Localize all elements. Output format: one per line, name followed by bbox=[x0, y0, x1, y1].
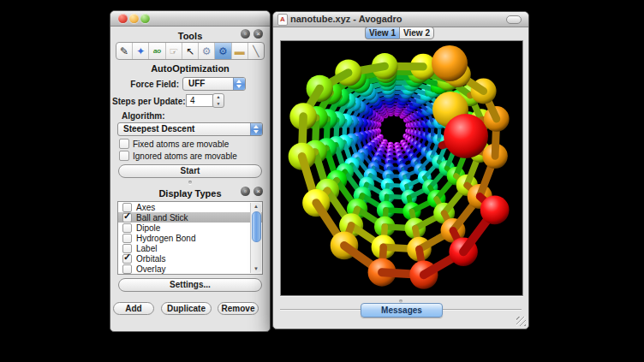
selection-tool-icon: ↖ bbox=[186, 46, 194, 56]
zoom-traffic-light[interactable] bbox=[140, 14, 150, 23]
algorithm-value: Steepest Descent bbox=[123, 124, 194, 134]
add-button[interactable]: Add bbox=[113, 302, 154, 315]
measure-tool[interactable]: ▬ bbox=[231, 43, 247, 59]
display-type-row[interactable]: Label bbox=[118, 243, 262, 253]
display-type-checkbox[interactable] bbox=[122, 264, 132, 274]
display-type-label: Ball and Stick bbox=[136, 213, 188, 223]
tools-window-titlebar[interactable] bbox=[110, 11, 270, 27]
check-icon: ✓ bbox=[123, 211, 131, 222]
panel-title: AutoOptimization bbox=[110, 63, 270, 74]
display-type-row[interactable]: ✓Orbitals bbox=[118, 253, 262, 264]
close-traffic-light[interactable] bbox=[118, 14, 128, 23]
force-field-select[interactable]: UFF bbox=[182, 77, 246, 91]
window-title: nanotube.xyz - Avogadro bbox=[290, 14, 402, 24]
start-button[interactable]: Start bbox=[118, 164, 262, 178]
selection-tool[interactable]: ↖ bbox=[182, 43, 198, 59]
display-type-label: Orbitals bbox=[136, 254, 165, 264]
display-type-row[interactable]: Overlay bbox=[118, 264, 262, 274]
ignored-atoms-checkbox[interactable] bbox=[119, 151, 129, 161]
avogadro-titlebar[interactable]: A nanotube.xyz - Avogadro bbox=[273, 12, 528, 27]
display-types-scrollbar[interactable]: ▲ ▼ bbox=[250, 203, 261, 273]
close-dock-icon[interactable]: × bbox=[253, 29, 263, 39]
display-types-rows: Axes✓Ball and StickDipoleHydrogen BondLa… bbox=[118, 202, 262, 274]
force-field-value: UFF bbox=[188, 79, 205, 88]
navigate-tool-icon: ✦ bbox=[136, 46, 145, 56]
display-type-label: Hydrogen Bond bbox=[136, 234, 196, 243]
document-icon: A bbox=[277, 14, 288, 26]
fixed-atoms-label: Fixed atoms are movable bbox=[133, 139, 229, 149]
align-tool-icon: ╲ bbox=[253, 46, 259, 56]
splitter-handle[interactable] bbox=[188, 181, 192, 184]
display-types-header[interactable]: Display Types ▫ × bbox=[110, 185, 270, 199]
display-type-row[interactable]: ✓Ball and Stick bbox=[118, 212, 262, 223]
avogadro-window: A nanotube.xyz - Avogadro View 1View 2 M… bbox=[272, 11, 529, 329]
tab-view-1[interactable]: View 1 bbox=[365, 27, 399, 39]
scroll-down-icon[interactable]: ▼ bbox=[251, 265, 261, 273]
stepper-up-icon[interactable]: ▲ bbox=[213, 94, 224, 100]
stepper-down-icon[interactable]: ▼ bbox=[213, 101, 224, 107]
minimize-traffic-light[interactable] bbox=[129, 14, 139, 23]
tools-dock-title: Tools bbox=[178, 31, 203, 41]
display-type-label: Label bbox=[136, 244, 157, 253]
scrollbar-thumb[interactable] bbox=[252, 211, 261, 242]
display-types-title: Display Types bbox=[158, 188, 221, 199]
steps-label: Steps per Update: bbox=[112, 97, 182, 106]
steps-stepper[interactable]: ▲ ▼ bbox=[212, 93, 224, 108]
manipulate-tool[interactable]: ☞ bbox=[165, 43, 182, 59]
display-type-label: Dipole bbox=[136, 223, 160, 233]
nanotube-render bbox=[281, 41, 522, 295]
bond-centric-tool-icon: ao bbox=[153, 46, 161, 56]
float-dock-icon[interactable]: ▫ bbox=[241, 187, 250, 196]
algorithm-label: Algorithm: bbox=[122, 111, 165, 121]
navigate-tool[interactable]: ✦ bbox=[132, 43, 148, 59]
resize-grip[interactable] bbox=[516, 317, 526, 326]
manipulate-tool-icon: ☞ bbox=[169, 46, 178, 56]
display-type-checkbox[interactable] bbox=[122, 223, 132, 233]
tool-toolbar: ✎✦ao☞↖⚙⚙▬╲ bbox=[116, 42, 265, 60]
autorotate-tool[interactable]: ⚙ bbox=[198, 43, 214, 59]
display-type-row[interactable]: Dipole bbox=[118, 223, 262, 233]
display-type-row[interactable]: Axes bbox=[118, 202, 262, 212]
display-type-row[interactable]: Hydrogen Bond bbox=[118, 233, 262, 243]
display-type-label: Overlay bbox=[136, 264, 165, 274]
tools-dock-header[interactable]: Tools ▫ × bbox=[110, 27, 270, 41]
float-dock-icon[interactable]: ▫ bbox=[241, 29, 250, 39]
popup-stepper-icon bbox=[250, 123, 262, 135]
view-tabset: View 1View 2 bbox=[365, 27, 434, 39]
gl-viewport[interactable] bbox=[280, 40, 523, 296]
autooptimize-tool-icon: ⚙ bbox=[218, 46, 228, 56]
settings-button[interactable]: Settings... bbox=[118, 278, 262, 292]
fixed-atoms-checkbox-row[interactable]: Fixed atoms are movable bbox=[119, 139, 229, 149]
display-types-list: Axes✓Ball and StickDipoleHydrogen BondLa… bbox=[117, 201, 263, 275]
display-type-checkbox[interactable]: ✓ bbox=[122, 213, 132, 223]
force-field-label: Force Field: bbox=[121, 80, 179, 89]
align-tool[interactable]: ╲ bbox=[247, 43, 264, 59]
scroll-up-icon[interactable]: ▲ bbox=[251, 203, 261, 211]
autooptimize-tool[interactable]: ⚙ bbox=[214, 43, 230, 59]
bond-centric-tool[interactable]: ao bbox=[148, 43, 164, 59]
desktop: { "icons": { "float": "▫", "close": "×",… bbox=[0, 0, 644, 362]
toolbar-lozenge-button[interactable] bbox=[506, 15, 522, 24]
tools-window: Tools ▫ × ✎✦ao☞↖⚙⚙▬╲ AutoOptimization Fo… bbox=[110, 10, 271, 332]
display-type-label: Axes bbox=[136, 203, 155, 212]
popup-stepper-icon bbox=[233, 78, 245, 90]
steps-input[interactable]: 4 bbox=[186, 94, 213, 107]
draw-tool-icon: ✎ bbox=[120, 46, 128, 56]
ignored-atoms-label: Ignored atoms are movable bbox=[133, 151, 237, 161]
autorotate-tool-icon: ⚙ bbox=[202, 46, 212, 56]
messages-button[interactable]: Messages bbox=[361, 303, 443, 317]
close-dock-icon[interactable]: × bbox=[253, 187, 263, 196]
display-type-checkbox[interactable]: ✓ bbox=[122, 254, 132, 264]
remove-button[interactable]: Remove bbox=[218, 302, 259, 315]
duplicate-button[interactable]: Duplicate bbox=[161, 302, 212, 315]
measure-tool-icon: ▬ bbox=[235, 46, 245, 56]
algorithm-select[interactable]: Steepest Descent bbox=[117, 122, 263, 136]
fixed-atoms-checkbox[interactable] bbox=[119, 139, 129, 149]
display-type-checkbox[interactable] bbox=[122, 234, 132, 243]
draw-tool[interactable]: ✎ bbox=[116, 43, 132, 59]
tab-view-2[interactable]: View 2 bbox=[399, 27, 434, 39]
check-icon: ✓ bbox=[123, 252, 131, 263]
ignored-atoms-checkbox-row[interactable]: Ignored atoms are movable bbox=[119, 151, 237, 161]
